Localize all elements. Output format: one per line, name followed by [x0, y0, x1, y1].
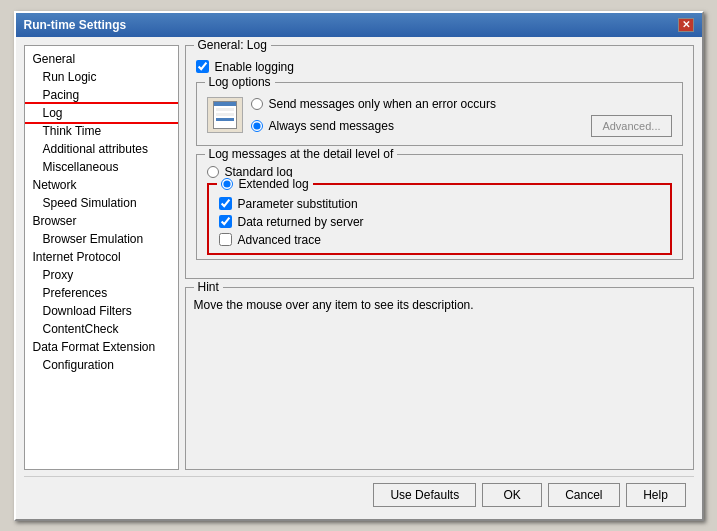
group-content: Enable logging Log options [196, 60, 683, 260]
close-button[interactable]: ✕ [678, 18, 694, 32]
advanced-trace-row: Advanced trace [219, 233, 660, 247]
param-substitution-label: Parameter substitution [238, 197, 358, 211]
advanced-button[interactable]: Advanced... [591, 115, 671, 137]
hint-group: Hint Move the mouse over any item to see… [185, 287, 694, 470]
radio-always-send[interactable] [251, 120, 263, 132]
tree-item-pacing[interactable]: Pacing [25, 86, 178, 104]
tree-item-browser[interactable]: Browser [25, 212, 178, 230]
log-options-group: Log options [196, 82, 683, 146]
tree-item-proxy[interactable]: Proxy [25, 266, 178, 284]
tree-item-miscellaneous[interactable]: Miscellaneous [25, 158, 178, 176]
tree-item-contentcheck[interactable]: ContentCheck [25, 320, 178, 338]
radio-extended[interactable] [221, 178, 233, 190]
tree-item-internet-protocol[interactable]: Internet Protocol [25, 248, 178, 266]
window-body: General Run Logic Pacing Log Think Time … [16, 37, 702, 519]
window-title: Run-time Settings [24, 18, 127, 32]
advanced-trace-label: Advanced trace [238, 233, 321, 247]
tree-item-general[interactable]: General [25, 50, 178, 68]
general-log-title: General: Log [194, 38, 271, 52]
tree-item-browser-emulation[interactable]: Browser Emulation [25, 230, 178, 248]
radio-options: Send messages only when an error occurs … [251, 97, 672, 137]
tree-item-speed-simulation[interactable]: Speed Simulation [25, 194, 178, 212]
detail-group: Log messages at the detail level of Stan… [196, 154, 683, 260]
tree-item-preferences[interactable]: Preferences [25, 284, 178, 302]
data-returned-label: Data returned by server [238, 215, 364, 229]
main-window: Run-time Settings ✕ General Run Logic Pa… [14, 11, 704, 521]
radio-always-label: Always send messages [269, 119, 394, 133]
extended-title-label: Extended log [239, 177, 309, 191]
radio-always-row: Always send messages Advanced... [251, 115, 672, 137]
enable-logging-row: Enable logging [196, 60, 683, 74]
enable-logging-label: Enable logging [215, 60, 294, 74]
hint-title: Hint [194, 280, 223, 294]
title-bar: Run-time Settings ✕ [16, 13, 702, 37]
tree-item-data-format-extension[interactable]: Data Format Extension [25, 338, 178, 356]
help-button[interactable]: Help [626, 483, 686, 507]
param-substitution-row: Parameter substitution [219, 197, 660, 211]
extended-inner: Parameter substitution Data returned by … [219, 197, 660, 247]
advanced-trace-checkbox[interactable] [219, 233, 232, 246]
tree-item-log[interactable]: Log [25, 104, 178, 122]
cancel-button[interactable]: Cancel [548, 483, 619, 507]
log-icon-inner [213, 101, 237, 129]
bottom-bar: Use Defaults OK Cancel Help [24, 476, 694, 511]
use-defaults-button[interactable]: Use Defaults [373, 483, 476, 507]
tree-item-think-time[interactable]: Think Time [25, 122, 178, 140]
general-log-group: General: Log Enable logging Log options [185, 45, 694, 279]
extended-log-group: Extended log Parameter substitution [207, 183, 672, 255]
ok-button[interactable]: OK [482, 483, 542, 507]
tree-item-download-filters[interactable]: Download Filters [25, 302, 178, 320]
radio-error-only[interactable] [251, 98, 263, 110]
enable-logging-checkbox[interactable] [196, 60, 209, 73]
detail-inner: Standard log Extended log [197, 165, 682, 255]
detail-title: Log messages at the detail level of [205, 147, 398, 161]
tree-item-configuration[interactable]: Configuration [25, 356, 178, 374]
tree-item-network[interactable]: Network [25, 176, 178, 194]
data-returned-row: Data returned by server [219, 215, 660, 229]
radio-error-row: Send messages only when an error occurs [251, 97, 672, 111]
right-panel: General: Log Enable logging Log options [185, 45, 694, 470]
tree-item-additional-attributes[interactable]: Additional attributes [25, 140, 178, 158]
tree-item-run-logic[interactable]: Run Logic [25, 68, 178, 86]
hint-text: Move the mouse over any item to see its … [194, 298, 685, 312]
main-content: General Run Logic Pacing Log Think Time … [24, 45, 694, 470]
tree-panel[interactable]: General Run Logic Pacing Log Think Time … [24, 45, 179, 470]
log-options-inner: Send messages only when an error occurs … [207, 97, 672, 137]
log-icon [207, 97, 243, 133]
data-returned-checkbox[interactable] [219, 215, 232, 228]
radio-error-label: Send messages only when an error occurs [269, 97, 496, 111]
param-substitution-checkbox[interactable] [219, 197, 232, 210]
log-options-title: Log options [205, 75, 275, 89]
